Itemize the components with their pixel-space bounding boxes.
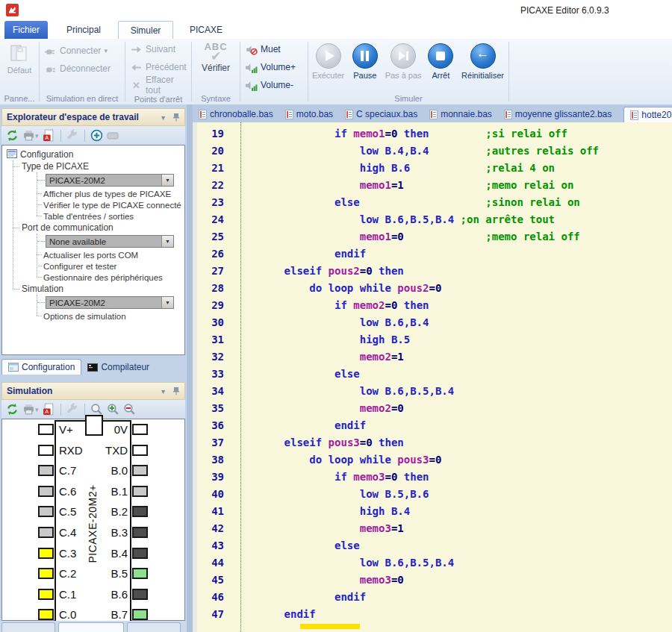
picaxe-type-combobox[interactable]: PICAXE-20M2▼ <box>46 174 174 187</box>
tab-compilateur[interactable]: Compilateur <box>81 360 155 375</box>
refresh-icon[interactable] <box>6 129 19 142</box>
pin-B.6[interactable] <box>132 589 148 600</box>
file-tab-chronoballe-bas[interactable]: chronoballe.bas <box>199 109 273 122</box>
code-line[interactable]: 41 high B.4 <box>193 503 672 520</box>
pause-button[interactable]: Pause <box>349 39 380 93</box>
print-button[interactable]: ▾ <box>22 129 39 142</box>
file-tab-moto-bas[interactable]: moto.bas <box>285 109 333 122</box>
tab-picaxe[interactable]: PICAXE <box>176 21 236 39</box>
panel-splitter[interactable] <box>187 104 193 632</box>
reinitialiser-button[interactable]: ← Réinitialiser <box>457 39 508 93</box>
pin-B.3[interactable] <box>132 527 148 538</box>
code-line[interactable]: 27 elseif pous2=0 then <box>193 263 672 280</box>
pin-C.3[interactable] <box>38 548 54 559</box>
tree-item[interactable]: Type de PICAXE <box>2 160 184 172</box>
pin-V+[interactable] <box>38 424 54 435</box>
file-tab-moyenne-glissante2-bas[interactable]: moyenne glissante2.bas <box>504 109 612 122</box>
file-tab-hotte20m[interactable]: hotte20M <box>623 107 672 122</box>
code-line[interactable]: 32 memo2=1 <box>193 348 672 366</box>
tree-item[interactable]: Gestionnaire des périphériques <box>2 272 184 283</box>
effacer-tout-button[interactable]: ✕ Effacer tout <box>125 76 191 94</box>
zoom-out-icon[interactable] <box>123 403 136 416</box>
deconnecter-button[interactable]: Déconnecter <box>40 60 125 78</box>
code-line[interactable]: 38 do loop while pous3=0 <box>193 451 672 469</box>
pin-C.7[interactable] <box>38 465 54 476</box>
code-line[interactable]: 29 if memo2=0 then <box>193 297 672 314</box>
pas-a-pas-button[interactable]: Pas à pas <box>382 39 425 93</box>
code-line[interactable]: 47 endif <box>193 606 672 623</box>
zoom-icon[interactable] <box>90 403 103 416</box>
bottom-tab-stub[interactable] <box>1 622 55 632</box>
code-line[interactable]: 45 memo3=0 <box>193 572 672 589</box>
code-line[interactable]: 22 memo1=1 ;memo relai on <box>193 177 672 194</box>
pin-icon[interactable] <box>172 387 180 395</box>
wrench-icon[interactable] <box>66 403 79 416</box>
volume-minus-button[interactable]: Volume- <box>240 76 308 94</box>
tree-item[interactable]: Configurer et tester <box>2 260 184 272</box>
tab-fichier[interactable]: Fichier <box>4 21 48 39</box>
code-line[interactable]: 23 else ;sinon relai on <box>193 194 672 211</box>
zoom-in-icon[interactable] <box>107 403 119 416</box>
add-watch-icon[interactable] <box>90 129 103 142</box>
code-line[interactable]: 21 high B.6 ;relai 4 on <box>193 160 672 177</box>
code-line[interactable]: 33 else <box>193 366 672 383</box>
precedent-button[interactable]: Précédent <box>125 58 191 76</box>
tree-item[interactable]: Vérifier le type de PICAXE connecté <box>2 199 184 210</box>
pdf-export-icon[interactable]: A <box>43 403 55 416</box>
app-logo-icon[interactable] <box>6 4 19 16</box>
picaxe-type-combobox[interactable]: PICAXE-20M2▼ <box>46 296 174 309</box>
code-line[interactable]: 31 high B.5 <box>193 331 672 348</box>
refresh-icon[interactable] <box>6 403 19 416</box>
code-line[interactable]: 46 endif <box>193 589 672 606</box>
verifier-button[interactable]: ABC ✔ Vérifier <box>192 39 240 93</box>
pin-icon[interactable] <box>172 113 180 122</box>
file-tab-c-speciaux-bas[interactable]: C speciaux.bas <box>345 109 417 122</box>
volume-plus-button[interactable]: Volume+ <box>240 58 308 76</box>
code-line[interactable]: 34 low B.6,B.5,B.4 <box>193 383 672 400</box>
code-line[interactable]: 19 if memo1=0 then ;si relai off <box>193 125 672 143</box>
chevron-down-icon[interactable]: ▾ <box>161 387 165 395</box>
code-line[interactable]: 44 low B.6,B.5,B.4 <box>193 554 672 572</box>
code-line[interactable]: 30 low B.6,B.4 <box>193 314 672 331</box>
tree-item[interactable]: Afficher plus de types de PICAXE <box>2 188 184 199</box>
tree-item[interactable]: Configuration <box>2 148 184 160</box>
tab-configuration[interactable]: Configuration <box>1 359 81 375</box>
pin-C.5[interactable] <box>38 506 54 517</box>
code-line[interactable]: 42 memo3=1 <box>193 520 672 537</box>
tree-item[interactable]: Table d'entrées / sorties <box>2 210 184 222</box>
pin-B.1[interactable] <box>132 486 148 497</box>
executer-button[interactable]: Exécuter <box>308 39 348 93</box>
combobox-arrow-icon[interactable]: ▼ <box>161 236 173 247</box>
muet-button[interactable]: Muet <box>240 40 308 58</box>
code-line[interactable]: 39 if memo3=0 then <box>193 469 672 486</box>
file-tab-monnaie-bas[interactable]: monnaie.bas <box>429 109 492 122</box>
pdf-export-icon[interactable]: A <box>43 129 55 142</box>
code-line[interactable]: 26 endif <box>193 245 672 263</box>
tab-simuler[interactable]: Simuler <box>118 21 173 39</box>
pin-C.2[interactable] <box>38 568 54 579</box>
tree-item[interactable]: Options de simulation <box>2 310 184 322</box>
code-line[interactable]: 28 do loop while pous2=0 <box>193 280 672 297</box>
pin-C.6[interactable] <box>38 486 54 497</box>
pin-TXD[interactable] <box>132 445 148 456</box>
pin-C.4[interactable] <box>38 527 54 538</box>
code-line[interactable]: 35 memo2=0 <box>193 400 672 417</box>
pin-B.5[interactable] <box>132 568 148 579</box>
code-line[interactable]: 20 low B.4,B.4 ;autres relais off <box>193 143 672 160</box>
pin-RXD[interactable] <box>38 445 54 456</box>
pin-C.0[interactable] <box>38 609 54 620</box>
combobox-arrow-icon[interactable]: ▼ <box>161 297 173 308</box>
pin-C.1[interactable] <box>38 589 54 600</box>
tree-item[interactable]: Actualiser les ports COM <box>2 249 184 260</box>
pin-0V[interactable] <box>132 424 148 435</box>
bottom-tab-stub[interactable] <box>127 622 181 632</box>
code-line[interactable]: 40 low B.5,B.6 <box>193 486 672 503</box>
suivant-button[interactable]: Suivant <box>125 40 191 58</box>
tab-principal[interactable]: Principal <box>52 21 115 39</box>
pin-B.7[interactable] <box>132 609 148 620</box>
pin-B.0[interactable] <box>132 465 148 476</box>
arret-button[interactable]: Arrêt <box>426 39 455 93</box>
chevron-down-icon[interactable]: ▾ <box>161 113 165 122</box>
picaxe-type-combobox[interactable]: None available▼ <box>46 235 174 248</box>
defaut-button[interactable]: Défaut <box>7 43 31 75</box>
